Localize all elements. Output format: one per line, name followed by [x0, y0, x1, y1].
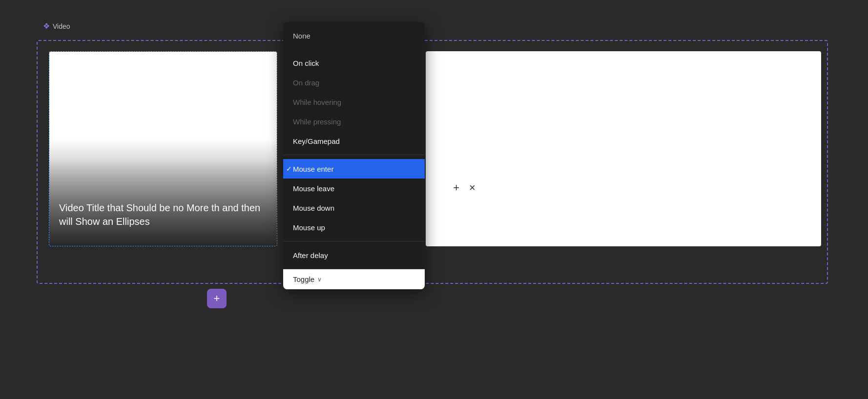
dropdown-item-after-delay[interactable]: After delay [283, 245, 425, 265]
right-panel-content [426, 51, 821, 246]
video-card-title: Video Title that Should be no More th an… [59, 201, 267, 228]
dropdown-item-label-while-hovering: While hovering [293, 98, 341, 106]
dropdown-item-label-on-drag: On drag [293, 79, 319, 87]
dropdown-item-label-mouse-down: Mouse down [293, 204, 334, 212]
dropdown-item-label-key-gamepad: Key/Gamepad [293, 137, 340, 145]
dropdown-item-mouse-up[interactable]: Mouse up [283, 218, 425, 237]
dropdown-item-on-click[interactable]: On click [283, 53, 425, 73]
action-buttons-panel: + × [428, 168, 500, 207]
add-component-button[interactable]: + [207, 289, 227, 308]
video-card-overlay [49, 139, 277, 246]
dropdown-item-label-after-delay: After delay [293, 251, 328, 259]
remove-action-button[interactable]: × [469, 182, 475, 193]
plus-icon: + [214, 292, 220, 305]
dropdown-section-mouse: ✓Mouse enterMouse leaveMouse downMouse u… [283, 155, 425, 241]
dropdown-item-mouse-enter[interactable]: ✓Mouse enter [283, 159, 425, 179]
trigger-dropdown: NoneOn clickOn dragWhile hoveringWhile p… [283, 22, 425, 289]
dropdown-section-none: None [283, 22, 425, 49]
dropdown-item-label-while-pressing: While pressing [293, 118, 341, 126]
add-action-button[interactable]: + [453, 182, 459, 193]
diamond-icon: ❖ [43, 21, 50, 31]
dropdown-item-mouse-down[interactable]: Mouse down [283, 198, 425, 218]
video-label-text: Video [53, 22, 70, 30]
toggle-label-text: Toggle [293, 275, 314, 283]
video-card-inner: Video Title that Should be no More th an… [49, 52, 277, 246]
dropdown-item-while-hovering[interactable]: While hovering [283, 92, 425, 112]
dropdown-item-label-on-click: On click [293, 59, 319, 67]
dropdown-item-label-mouse-up: Mouse up [293, 223, 325, 232]
dropdown-item-label-none: None [293, 32, 310, 40]
dropdown-item-on-drag[interactable]: On drag [283, 73, 425, 92]
dropdown-item-label-mouse-enter: Mouse enter [293, 165, 333, 173]
dropdown-item-mouse-leave[interactable]: Mouse leave [283, 179, 425, 198]
chevron-down-icon: ∨ [317, 276, 322, 283]
dropdown-item-label-mouse-leave: Mouse leave [293, 184, 334, 193]
dropdown-toggle-section: Toggle∨ [283, 269, 425, 289]
video-component-label: ❖ Video [43, 21, 70, 31]
checkmark-icon: ✓ [286, 165, 292, 173]
dropdown-item-while-pressing[interactable]: While pressing [283, 112, 425, 131]
dropdown-item-none[interactable]: None [283, 26, 425, 45]
toggle-button[interactable]: Toggle∨ [293, 275, 415, 283]
video-card[interactable]: Video Title that Should be no More th an… [49, 51, 277, 246]
dropdown-item-key-gamepad[interactable]: Key/Gamepad [283, 131, 425, 151]
dropdown-section-pointer: On clickOn dragWhile hoveringWhile press… [283, 49, 425, 155]
dropdown-section-delay: After delay [283, 241, 425, 269]
